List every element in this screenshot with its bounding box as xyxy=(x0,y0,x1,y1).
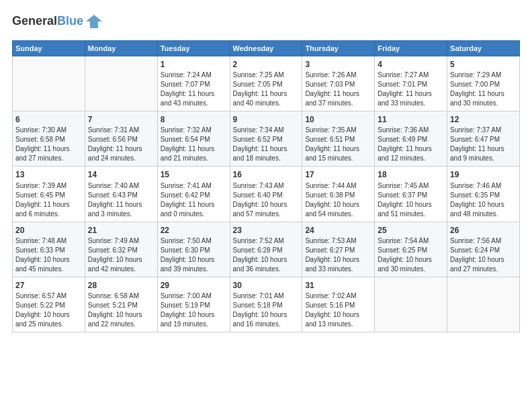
day-info: Sunrise: 7:01 AM Sunset: 5:18 PM Dayligh… xyxy=(233,291,300,329)
day-number: 21 xyxy=(88,225,154,236)
day-info: Sunrise: 7:25 AM Sunset: 7:05 PM Dayligh… xyxy=(233,71,300,108)
day-number: 4 xyxy=(378,59,444,70)
logo-text: GeneralBlue xyxy=(12,15,83,28)
calendar-cell: 18Sunrise: 7:45 AM Sunset: 6:37 PM Dayli… xyxy=(375,167,447,222)
day-info: Sunrise: 7:39 AM Sunset: 6:45 PM Dayligh… xyxy=(15,181,82,219)
day-number: 8 xyxy=(161,114,227,125)
calendar-cell: 28Sunrise: 6:58 AM Sunset: 5:21 PM Dayli… xyxy=(85,277,157,332)
day-info: Sunrise: 7:30 AM Sunset: 6:58 PM Dayligh… xyxy=(15,126,82,163)
day-info: Sunrise: 7:43 AM Sunset: 6:40 PM Dayligh… xyxy=(233,181,300,219)
day-info: Sunrise: 7:24 AM Sunset: 7:07 PM Dayligh… xyxy=(161,71,227,108)
day-number: 11 xyxy=(378,114,444,125)
calendar-cell: 7Sunrise: 7:31 AM Sunset: 6:56 PM Daylig… xyxy=(85,111,157,167)
day-info: Sunrise: 7:44 AM Sunset: 6:38 PM Dayligh… xyxy=(305,181,371,219)
day-info: Sunrise: 7:34 AM Sunset: 6:52 PM Dayligh… xyxy=(233,126,300,163)
day-number: 16 xyxy=(233,169,300,180)
weekday-header: Saturday xyxy=(447,41,520,56)
day-info: Sunrise: 7:26 AM Sunset: 7:03 PM Dayligh… xyxy=(305,71,371,108)
weekday-header: Tuesday xyxy=(157,41,230,56)
day-info: Sunrise: 7:32 AM Sunset: 6:54 PM Dayligh… xyxy=(161,126,227,163)
day-number: 6 xyxy=(15,114,82,125)
calendar-cell: 6Sunrise: 7:30 AM Sunset: 6:58 PM Daylig… xyxy=(13,111,85,167)
calendar-cell: 16Sunrise: 7:43 AM Sunset: 6:40 PM Dayli… xyxy=(230,167,302,222)
calendar-cell: 14Sunrise: 7:40 AM Sunset: 6:43 PM Dayli… xyxy=(85,167,157,222)
calendar-header: SundayMondayTuesdayWednesdayThursdayFrid… xyxy=(13,41,520,56)
calendar-body: 1Sunrise: 7:24 AM Sunset: 7:07 PM Daylig… xyxy=(13,56,520,332)
day-info: Sunrise: 7:46 AM Sunset: 6:35 PM Dayligh… xyxy=(450,181,517,219)
day-number: 10 xyxy=(305,114,371,125)
day-info: Sunrise: 7:29 AM Sunset: 7:00 PM Dayligh… xyxy=(450,71,517,108)
calendar-cell: 22Sunrise: 7:50 AM Sunset: 6:30 PM Dayli… xyxy=(157,222,230,277)
day-number: 19 xyxy=(450,169,517,180)
day-number: 23 xyxy=(233,225,300,236)
day-info: Sunrise: 7:54 AM Sunset: 6:25 PM Dayligh… xyxy=(378,236,444,274)
calendar-week: 1Sunrise: 7:24 AM Sunset: 7:07 PM Daylig… xyxy=(13,56,520,111)
weekday-header: Wednesday xyxy=(230,41,302,56)
day-info: Sunrise: 7:56 AM Sunset: 6:24 PM Dayligh… xyxy=(450,236,517,274)
calendar-cell: 23Sunrise: 7:52 AM Sunset: 6:28 PM Dayli… xyxy=(230,222,302,277)
day-info: Sunrise: 7:48 AM Sunset: 6:33 PM Dayligh… xyxy=(15,236,82,274)
day-info: Sunrise: 7:35 AM Sunset: 6:51 PM Dayligh… xyxy=(305,126,371,163)
day-number: 18 xyxy=(378,169,444,180)
day-info: Sunrise: 7:40 AM Sunset: 6:43 PM Dayligh… xyxy=(88,181,154,219)
day-info: Sunrise: 7:50 AM Sunset: 6:30 PM Dayligh… xyxy=(161,236,227,274)
calendar-cell: 20Sunrise: 7:48 AM Sunset: 6:33 PM Dayli… xyxy=(13,222,85,277)
header-row: SundayMondayTuesdayWednesdayThursdayFrid… xyxy=(13,41,520,56)
calendar-cell: 9Sunrise: 7:34 AM Sunset: 6:52 PM Daylig… xyxy=(230,111,302,167)
calendar-cell xyxy=(375,277,447,332)
day-number: 27 xyxy=(15,280,82,291)
calendar-cell: 31Sunrise: 7:02 AM Sunset: 5:16 PM Dayli… xyxy=(302,277,375,332)
calendar-cell: 10Sunrise: 7:35 AM Sunset: 6:51 PM Dayli… xyxy=(302,111,375,167)
calendar-cell: 29Sunrise: 7:00 AM Sunset: 5:19 PM Dayli… xyxy=(157,277,230,332)
day-number: 24 xyxy=(305,225,371,236)
day-number: 1 xyxy=(161,59,227,70)
logo-icon xyxy=(85,12,103,31)
day-number: 29 xyxy=(161,280,227,291)
day-info: Sunrise: 6:58 AM Sunset: 5:21 PM Dayligh… xyxy=(88,291,154,329)
calendar-cell: 24Sunrise: 7:53 AM Sunset: 6:27 PM Dayli… xyxy=(302,222,375,277)
weekday-header: Friday xyxy=(375,41,447,56)
day-number: 22 xyxy=(161,225,227,236)
calendar-cell: 1Sunrise: 7:24 AM Sunset: 7:07 PM Daylig… xyxy=(157,56,230,111)
day-number: 28 xyxy=(88,280,154,291)
day-info: Sunrise: 7:52 AM Sunset: 6:28 PM Dayligh… xyxy=(233,236,300,274)
calendar-week: 13Sunrise: 7:39 AM Sunset: 6:45 PM Dayli… xyxy=(13,167,520,222)
calendar-cell: 4Sunrise: 7:27 AM Sunset: 7:01 PM Daylig… xyxy=(375,56,447,111)
calendar-cell: 5Sunrise: 7:29 AM Sunset: 7:00 PM Daylig… xyxy=(447,56,520,111)
calendar-cell: 11Sunrise: 7:36 AM Sunset: 6:49 PM Dayli… xyxy=(375,111,447,167)
calendar-cell: 30Sunrise: 7:01 AM Sunset: 5:18 PM Dayli… xyxy=(230,277,302,332)
calendar-cell: 17Sunrise: 7:44 AM Sunset: 6:38 PM Dayli… xyxy=(302,167,375,222)
day-number: 17 xyxy=(305,169,371,180)
calendar-cell: 12Sunrise: 7:37 AM Sunset: 6:47 PM Dayli… xyxy=(447,111,520,167)
day-info: Sunrise: 7:53 AM Sunset: 6:27 PM Dayligh… xyxy=(305,236,371,274)
day-number: 2 xyxy=(233,59,300,70)
calendar-cell: 15Sunrise: 7:41 AM Sunset: 6:42 PM Dayli… xyxy=(157,167,230,222)
day-number: 14 xyxy=(88,169,154,180)
day-number: 13 xyxy=(15,169,82,180)
header: GeneralBlue xyxy=(12,12,520,31)
day-info: Sunrise: 7:27 AM Sunset: 7:01 PM Dayligh… xyxy=(378,71,444,108)
day-info: Sunrise: 7:02 AM Sunset: 5:16 PM Dayligh… xyxy=(305,291,371,329)
logo: GeneralBlue xyxy=(12,12,103,31)
calendar-cell: 21Sunrise: 7:49 AM Sunset: 6:32 PM Dayli… xyxy=(85,222,157,277)
weekday-header: Monday xyxy=(85,41,157,56)
svg-marker-0 xyxy=(86,15,102,28)
day-number: 5 xyxy=(450,59,517,70)
day-info: Sunrise: 7:00 AM Sunset: 5:19 PM Dayligh… xyxy=(161,291,227,329)
calendar-cell xyxy=(85,56,157,111)
calendar-table: SundayMondayTuesdayWednesdayThursdayFrid… xyxy=(12,40,520,332)
weekday-header: Sunday xyxy=(13,41,85,56)
calendar-cell: 27Sunrise: 6:57 AM Sunset: 5:22 PM Dayli… xyxy=(13,277,85,332)
calendar-week: 20Sunrise: 7:48 AM Sunset: 6:33 PM Dayli… xyxy=(13,222,520,277)
calendar-cell: 19Sunrise: 7:46 AM Sunset: 6:35 PM Dayli… xyxy=(447,167,520,222)
day-number: 25 xyxy=(378,225,444,236)
calendar-cell: 8Sunrise: 7:32 AM Sunset: 6:54 PM Daylig… xyxy=(157,111,230,167)
day-number: 30 xyxy=(233,280,300,291)
day-number: 31 xyxy=(305,280,371,291)
day-number: 12 xyxy=(450,114,517,125)
day-info: Sunrise: 7:41 AM Sunset: 6:42 PM Dayligh… xyxy=(161,181,227,219)
day-number: 20 xyxy=(15,225,82,236)
calendar-cell: 13Sunrise: 7:39 AM Sunset: 6:45 PM Dayli… xyxy=(13,167,85,222)
day-number: 15 xyxy=(161,169,227,180)
day-number: 26 xyxy=(450,225,517,236)
